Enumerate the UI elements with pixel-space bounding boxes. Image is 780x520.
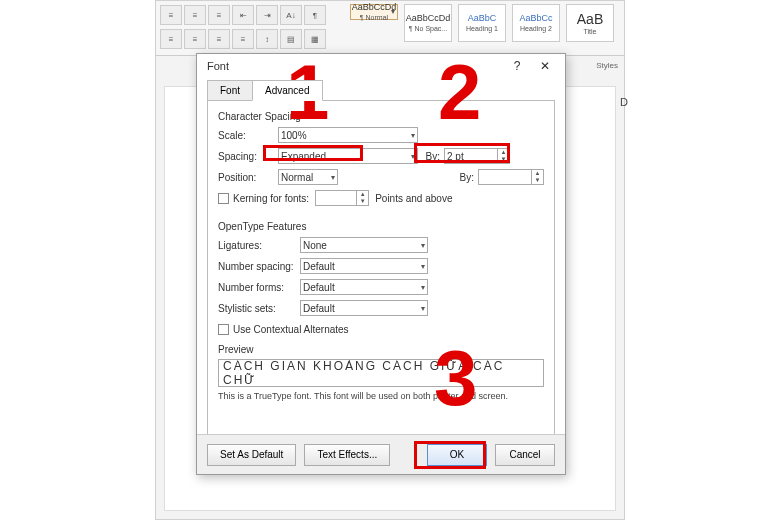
preview-note: This is a TrueType font. This font will … <box>218 391 544 401</box>
borders-icon[interactable]: ▦ <box>304 29 326 49</box>
dialog-tabs: Font Advanced <box>207 80 565 101</box>
kerning-suffix: Points and above <box>375 193 452 204</box>
scale-label: Scale: <box>218 130 278 141</box>
font-dialog: Font ? ✕ Font Advanced Character Spacing… <box>196 53 566 475</box>
ligatures-label: Ligatures: <box>218 240 300 251</box>
pilcrow-icon[interactable]: ¶ <box>304 5 326 25</box>
document-text-fragment: D <box>620 96 630 108</box>
paragraph-group: ≡ ≡ ≡ ⇤ ⇥ A↓ ¶ ≡ ≡ ≡ ≡ ↕ ▤ ▦ <box>156 1 346 55</box>
tab-panel-advanced: Character Spacing Scale: 100% Spacing: E… <box>207 100 555 442</box>
spacing-by-label: By: <box>422 151 440 162</box>
stylistic-sets-dropdown[interactable]: Default <box>300 300 428 316</box>
style-no-spacing[interactable]: AaBbCcDd ¶ No Spac... <box>404 4 452 42</box>
spinner-icon[interactable]: ▲▼ <box>497 149 509 163</box>
position-dropdown[interactable]: Normal <box>278 169 338 185</box>
shading-icon[interactable]: ▤ <box>280 29 302 49</box>
ribbon: ≡ ≡ ≡ ⇤ ⇥ A↓ ¶ ≡ ≡ ≡ ≡ ↕ ▤ ▦ AaBbCcDd ¶ … <box>156 1 624 56</box>
numbering-icon[interactable]: ≡ <box>184 5 206 25</box>
multilevel-icon[interactable]: ≡ <box>208 5 230 25</box>
dialog-title-text: Font <box>207 54 229 78</box>
style-title[interactable]: AaB Title <box>566 4 614 42</box>
spacing-dropdown[interactable]: Expanded <box>278 148 418 164</box>
spinner-icon[interactable]: ▲▼ <box>356 191 368 205</box>
bullets-icon[interactable]: ≡ <box>160 5 182 25</box>
align-center-icon[interactable]: ≡ <box>184 29 206 49</box>
position-by-label: By: <box>456 172 474 183</box>
dialog-titlebar[interactable]: Font ? ✕ <box>197 54 565 78</box>
scale-dropdown[interactable]: 100% <box>278 127 418 143</box>
preview-label: Preview <box>218 344 544 355</box>
justify-icon[interactable]: ≡ <box>232 29 254 49</box>
preview-box: CÁCH GIÃN KHOẢNG CÁCH GIỮA CÁC CHỮ <box>218 359 544 387</box>
number-spacing-dropdown[interactable]: Default <box>300 258 428 274</box>
indent-inc-icon[interactable]: ⇥ <box>256 5 278 25</box>
indent-dec-icon[interactable]: ⇤ <box>232 5 254 25</box>
align-right-icon[interactable]: ≡ <box>208 29 230 49</box>
tab-advanced[interactable]: Advanced <box>252 80 322 101</box>
ligatures-dropdown[interactable]: None <box>300 237 428 253</box>
line-spacing-icon[interactable]: ↕ <box>256 29 278 49</box>
spinner-icon[interactable]: ▲▼ <box>531 170 543 184</box>
app-window: ≡ ≡ ≡ ⇤ ⇥ A↓ ¶ ≡ ≡ ≡ ≡ ↕ ▤ ▦ AaBbCcDd ¶ … <box>155 0 625 520</box>
help-button[interactable]: ? <box>503 54 531 78</box>
kerning-input[interactable]: ▲▼ <box>315 190 369 206</box>
number-spacing-label: Number spacing: <box>218 261 300 272</box>
number-forms-label: Number forms: <box>218 282 300 293</box>
text-effects-button[interactable]: Text Effects... <box>304 444 390 466</box>
styles-group-label: Styles <box>596 61 618 70</box>
contextual-alternates-label: Use Contextual Alternates <box>233 324 349 335</box>
tab-font[interactable]: Font <box>207 80 253 101</box>
ok-button[interactable]: OK <box>427 444 487 466</box>
position-by-input[interactable]: ▲▼ <box>478 169 544 185</box>
kerning-checkbox[interactable] <box>218 193 229 204</box>
styles-gallery[interactable]: AaBbCcDd ¶ Normal AaBbCcDd ¶ No Spac... … <box>346 1 618 55</box>
kerning-label: Kerning for fonts: <box>233 193 309 204</box>
spacing-by-input[interactable]: 2 pt▲▼ <box>444 148 510 164</box>
number-forms-dropdown[interactable]: Default <box>300 279 428 295</box>
sort-icon[interactable]: A↓ <box>280 5 302 25</box>
character-spacing-group: Character Spacing <box>218 111 544 122</box>
align-left-icon[interactable]: ≡ <box>160 29 182 49</box>
style-heading-1[interactable]: AaBbC Heading 1 <box>458 4 506 42</box>
style-heading-2[interactable]: AaBbCc Heading 2 <box>512 4 560 42</box>
cancel-button[interactable]: Cancel <box>495 444 555 466</box>
style-normal[interactable]: AaBbCcDd ¶ Normal <box>350 4 398 20</box>
spacing-label: Spacing: <box>218 151 278 162</box>
stylistic-sets-label: Stylistic sets: <box>218 303 300 314</box>
contextual-alternates-checkbox[interactable] <box>218 324 229 335</box>
close-button[interactable]: ✕ <box>531 54 559 78</box>
opentype-group: OpenType Features <box>218 221 544 232</box>
set-as-default-button[interactable]: Set As Default <box>207 444 296 466</box>
dialog-footer: Set As Default Text Effects... OK Cancel <box>197 434 565 474</box>
position-label: Position: <box>218 172 278 183</box>
